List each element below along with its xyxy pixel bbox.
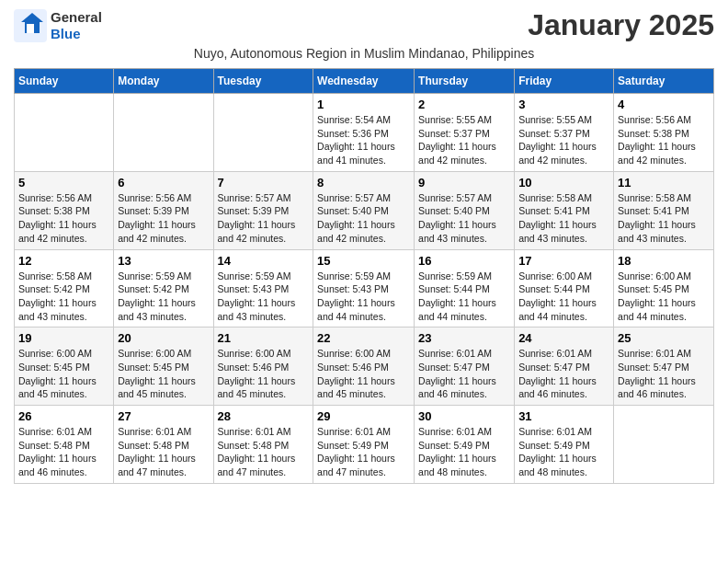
day-info: Sunrise: 6:00 AMSunset: 5:45 PMDaylight:…	[18, 347, 109, 401]
day-cell: 14Sunrise: 5:59 AMSunset: 5:43 PMDayligh…	[213, 249, 313, 327]
day-cell: 4Sunrise: 5:56 AMSunset: 5:38 PMDaylight…	[614, 94, 714, 172]
day-number: 12	[18, 254, 109, 268]
day-cell: 21Sunrise: 6:00 AMSunset: 5:46 PMDayligh…	[213, 327, 313, 406]
day-cell: 9Sunrise: 5:57 AMSunset: 5:40 PMDaylight…	[415, 171, 515, 249]
weekday-header-sunday: Sunday	[15, 69, 114, 94]
weekday-header-friday: Friday	[515, 69, 614, 94]
day-cell: 15Sunrise: 5:59 AMSunset: 5:43 PMDayligh…	[313, 249, 415, 327]
day-cell: 5Sunrise: 5:56 AMSunset: 5:38 PMDaylight…	[15, 171, 114, 249]
day-info: Sunrise: 6:01 AMSunset: 5:49 PMDaylight:…	[317, 425, 410, 479]
day-info: Sunrise: 6:01 AMSunset: 5:48 PMDaylight:…	[18, 425, 109, 479]
day-number: 14	[218, 254, 310, 268]
day-number: 26	[18, 409, 109, 423]
day-cell: 7Sunrise: 5:57 AMSunset: 5:39 PMDaylight…	[213, 171, 313, 249]
header: General Blue January 2025	[14, 9, 714, 42]
day-info: Sunrise: 6:00 AMSunset: 5:45 PMDaylight:…	[118, 347, 209, 401]
day-number: 19	[18, 331, 109, 345]
day-number: 7	[218, 176, 310, 190]
day-cell	[213, 94, 313, 172]
day-info: Sunrise: 5:58 AMSunset: 5:41 PMDaylight:…	[518, 191, 609, 246]
day-cell: 26Sunrise: 6:01 AMSunset: 5:48 PMDayligh…	[15, 406, 114, 484]
day-number: 30	[418, 409, 510, 423]
day-info: Sunrise: 5:59 AMSunset: 5:44 PMDaylight:…	[418, 270, 510, 324]
logo-icon	[14, 9, 47, 42]
day-info: Sunrise: 6:01 AMSunset: 5:48 PMDaylight:…	[218, 425, 310, 479]
day-cell	[614, 406, 714, 484]
day-number: 20	[118, 331, 209, 345]
day-info: Sunrise: 5:55 AMSunset: 5:37 PMDaylight:…	[418, 113, 510, 167]
day-cell: 30Sunrise: 6:01 AMSunset: 5:49 PMDayligh…	[415, 406, 515, 484]
week-row-5: 26Sunrise: 6:01 AMSunset: 5:48 PMDayligh…	[15, 406, 714, 484]
day-cell: 23Sunrise: 6:01 AMSunset: 5:47 PMDayligh…	[415, 327, 515, 406]
day-info: Sunrise: 5:56 AMSunset: 5:39 PMDaylight:…	[118, 191, 209, 246]
day-info: Sunrise: 5:58 AMSunset: 5:42 PMDaylight:…	[18, 270, 109, 324]
day-cell: 20Sunrise: 6:00 AMSunset: 5:45 PMDayligh…	[114, 327, 213, 406]
day-cell: 11Sunrise: 5:58 AMSunset: 5:41 PMDayligh…	[614, 171, 714, 249]
weekday-header-wednesday: Wednesday	[313, 69, 415, 94]
day-number: 10	[518, 176, 609, 190]
logo-area: General Blue	[14, 9, 102, 42]
weekday-header-row: SundayMondayTuesdayWednesdayThursdayFrid…	[15, 69, 714, 94]
weekday-header-monday: Monday	[114, 69, 213, 94]
day-info: Sunrise: 5:59 AMSunset: 5:43 PMDaylight:…	[317, 270, 410, 324]
day-cell: 6Sunrise: 5:56 AMSunset: 5:39 PMDaylight…	[114, 171, 213, 249]
day-cell	[114, 94, 213, 172]
day-info: Sunrise: 6:00 AMSunset: 5:46 PMDaylight:…	[317, 347, 410, 401]
day-info: Sunrise: 5:57 AMSunset: 5:39 PMDaylight:…	[218, 191, 310, 246]
day-info: Sunrise: 6:01 AMSunset: 5:48 PMDaylight:…	[118, 425, 209, 479]
day-number: 25	[618, 331, 710, 345]
day-number: 23	[418, 331, 510, 345]
day-cell: 2Sunrise: 5:55 AMSunset: 5:37 PMDaylight…	[415, 94, 515, 172]
day-info: Sunrise: 6:01 AMSunset: 5:49 PMDaylight:…	[418, 425, 510, 479]
day-cell: 12Sunrise: 5:58 AMSunset: 5:42 PMDayligh…	[15, 249, 114, 327]
day-number: 22	[317, 331, 410, 345]
day-number: 6	[118, 176, 209, 190]
logo-text: General Blue	[51, 9, 102, 42]
day-cell: 1Sunrise: 5:54 AMSunset: 5:36 PMDaylight…	[313, 94, 415, 172]
day-number: 9	[418, 176, 510, 190]
day-info: Sunrise: 5:56 AMSunset: 5:38 PMDaylight:…	[618, 113, 710, 167]
day-number: 4	[618, 98, 710, 111]
day-number: 1	[317, 98, 410, 111]
day-number: 2	[418, 98, 510, 111]
day-number: 3	[518, 98, 609, 111]
day-cell: 29Sunrise: 6:01 AMSunset: 5:49 PMDayligh…	[313, 406, 415, 484]
day-info: Sunrise: 5:54 AMSunset: 5:36 PMDaylight:…	[317, 113, 410, 167]
day-number: 13	[118, 254, 209, 268]
day-info: Sunrise: 5:55 AMSunset: 5:37 PMDaylight:…	[518, 113, 609, 167]
day-number: 5	[18, 176, 109, 190]
day-number: 15	[317, 254, 410, 268]
day-cell: 27Sunrise: 6:01 AMSunset: 5:48 PMDayligh…	[114, 406, 213, 484]
day-cell: 22Sunrise: 6:00 AMSunset: 5:46 PMDayligh…	[313, 327, 415, 406]
weekday-header-saturday: Saturday	[614, 69, 714, 94]
day-number: 24	[518, 331, 609, 345]
logo-blue: Blue	[51, 26, 81, 41]
subtitle: Nuyo, Autonomous Region in Muslim Mindan…	[14, 46, 714, 61]
day-info: Sunrise: 6:01 AMSunset: 5:49 PMDaylight:…	[518, 425, 609, 479]
day-info: Sunrise: 6:01 AMSunset: 5:47 PMDaylight:…	[518, 347, 609, 401]
day-info: Sunrise: 6:00 AMSunset: 5:45 PMDaylight:…	[618, 270, 710, 324]
day-info: Sunrise: 5:57 AMSunset: 5:40 PMDaylight:…	[418, 191, 510, 246]
day-number: 27	[118, 409, 209, 423]
month-title: January 2025	[528, 9, 714, 41]
day-info: Sunrise: 5:59 AMSunset: 5:43 PMDaylight:…	[218, 270, 310, 324]
day-cell	[15, 94, 114, 172]
day-info: Sunrise: 6:00 AMSunset: 5:44 PMDaylight:…	[518, 270, 609, 324]
day-cell: 19Sunrise: 6:00 AMSunset: 5:45 PMDayligh…	[15, 327, 114, 406]
svg-rect-2	[27, 24, 34, 33]
day-cell: 18Sunrise: 6:00 AMSunset: 5:45 PMDayligh…	[614, 249, 714, 327]
day-number: 11	[618, 176, 710, 190]
day-info: Sunrise: 6:01 AMSunset: 5:47 PMDaylight:…	[618, 347, 710, 401]
week-row-1: 1Sunrise: 5:54 AMSunset: 5:36 PMDaylight…	[15, 94, 714, 172]
day-number: 16	[418, 254, 510, 268]
calendar: SundayMondayTuesdayWednesdayThursdayFrid…	[14, 68, 714, 484]
day-cell: 8Sunrise: 5:57 AMSunset: 5:40 PMDaylight…	[313, 171, 415, 249]
day-number: 29	[317, 409, 410, 423]
weekday-header-tuesday: Tuesday	[213, 69, 313, 94]
week-row-4: 19Sunrise: 6:00 AMSunset: 5:45 PMDayligh…	[15, 327, 714, 406]
day-number: 21	[218, 331, 310, 345]
day-info: Sunrise: 6:01 AMSunset: 5:47 PMDaylight:…	[418, 347, 510, 401]
day-number: 18	[618, 254, 710, 268]
day-info: Sunrise: 5:58 AMSunset: 5:41 PMDaylight:…	[618, 191, 710, 246]
day-number: 31	[518, 409, 609, 423]
